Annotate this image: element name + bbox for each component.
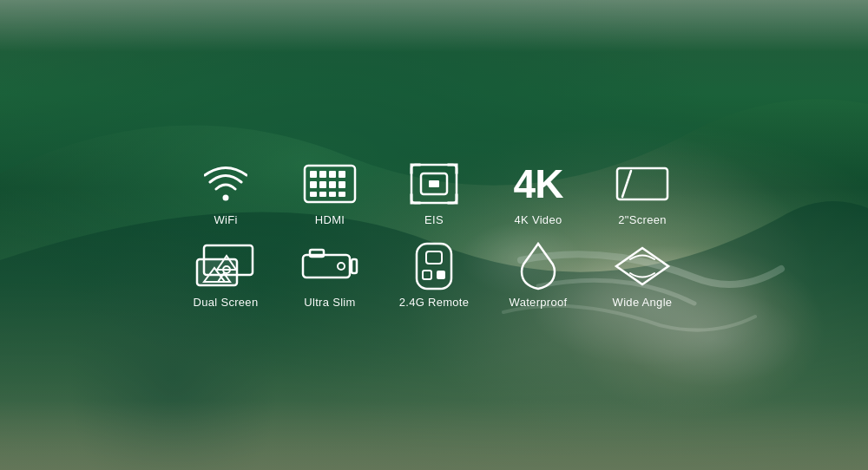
eis-label: EIS xyxy=(424,213,444,226)
eis-icon xyxy=(409,161,459,206)
eis-svg xyxy=(409,162,459,206)
hdmi-svg xyxy=(303,164,357,204)
dual-screen-label: Dual Screen xyxy=(194,296,259,309)
svg-rect-15 xyxy=(339,192,345,197)
features-row-1: WiFi xyxy=(178,161,690,226)
wide-angle-label: Wide Angle xyxy=(613,296,673,309)
svg-rect-19 xyxy=(617,168,667,199)
feature-wifi: WiFi xyxy=(178,161,273,226)
svg-rect-9 xyxy=(319,181,326,188)
svg-rect-10 xyxy=(329,181,336,188)
features-overlay: WiFi xyxy=(178,161,690,309)
feature-wide-angle: Wide Angle xyxy=(595,244,690,309)
2g-remote-label: 2.4G Remote xyxy=(399,296,470,309)
svg-rect-26 xyxy=(352,259,357,273)
feature-2g-remote: 2.4G Remote xyxy=(386,244,482,309)
svg-rect-5 xyxy=(319,171,326,178)
feature-ultra-slim: Ultra Slim xyxy=(282,244,378,309)
feature-waterproof: Waterproof xyxy=(490,244,586,309)
background-container: WiFi xyxy=(0,0,868,470)
feature-4k: 4K 4K Video xyxy=(490,161,586,226)
dual-screen-svg xyxy=(195,244,256,289)
svg-rect-12 xyxy=(310,192,317,197)
ultra-slim-label: Ultra Slim xyxy=(304,296,355,309)
remote-icon xyxy=(414,244,454,289)
svg-rect-30 xyxy=(423,271,431,279)
svg-rect-25 xyxy=(310,250,324,257)
svg-rect-29 xyxy=(426,251,442,264)
svg-rect-7 xyxy=(339,171,345,178)
feature-eis: EIS xyxy=(386,161,482,226)
wide-angle-icon xyxy=(613,244,672,289)
features-row-2: Dual Screen Ultra Slim xyxy=(178,244,690,309)
svg-rect-18 xyxy=(429,180,439,187)
2inch-screen-label: 2"Screen xyxy=(618,213,666,226)
dual-screen-icon xyxy=(195,244,256,289)
screen-icon xyxy=(615,161,669,206)
svg-rect-24 xyxy=(303,255,350,277)
remote-svg xyxy=(414,241,454,291)
svg-rect-4 xyxy=(310,171,317,178)
screen-svg xyxy=(615,164,669,204)
wifi-icon xyxy=(204,161,247,206)
svg-rect-11 xyxy=(339,181,345,188)
svg-rect-31 xyxy=(437,271,445,279)
waterproof-icon xyxy=(518,244,558,289)
waterproof-label: Waterproof xyxy=(510,296,568,309)
svg-rect-28 xyxy=(417,244,451,289)
ultra-slim-svg xyxy=(301,246,358,286)
wifi-svg xyxy=(204,165,247,203)
wide-angle-svg xyxy=(613,245,672,288)
4k-label: 4K Video xyxy=(515,213,562,226)
feature-2inch-screen: 2"Screen xyxy=(595,161,690,226)
svg-point-2 xyxy=(223,195,229,201)
ultra-slim-icon xyxy=(301,244,358,289)
svg-rect-6 xyxy=(329,171,336,178)
feature-dual-screen: Dual Screen xyxy=(178,244,273,309)
waterproof-svg xyxy=(518,242,558,290)
feature-hdmi: HDMI xyxy=(282,161,378,226)
hdmi-label: HDMI xyxy=(315,213,345,226)
hdmi-icon xyxy=(303,161,357,206)
svg-point-27 xyxy=(338,263,345,270)
4k-icon: 4K xyxy=(514,161,563,206)
4k-text: 4K xyxy=(514,164,563,204)
svg-rect-13 xyxy=(319,192,326,197)
svg-line-20 xyxy=(622,171,631,197)
wifi-label: WiFi xyxy=(214,213,237,226)
svg-rect-8 xyxy=(310,181,317,188)
svg-rect-14 xyxy=(329,192,336,197)
